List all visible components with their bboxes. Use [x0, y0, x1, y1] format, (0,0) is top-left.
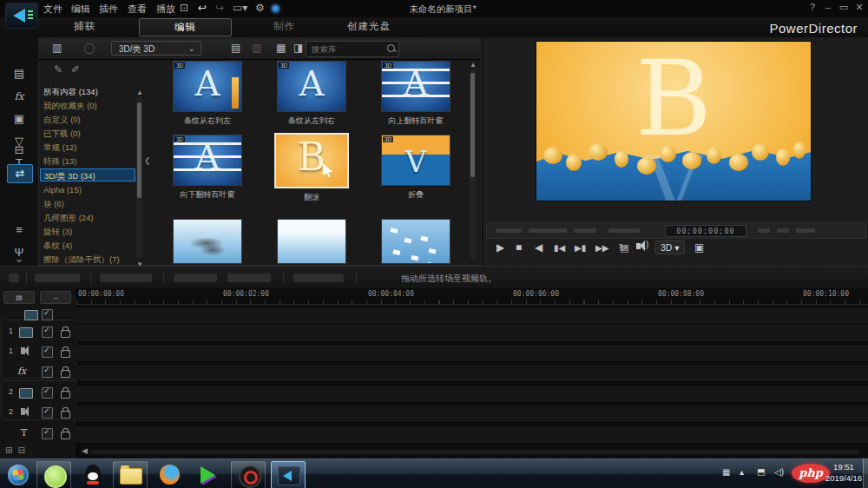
track-enable-checkbox[interactable] [42, 428, 53, 439]
tray-security-icon[interactable]: ⬒ [757, 467, 765, 477]
track-manager-button[interactable]: ▤ [3, 291, 35, 304]
category-filter-dropdown[interactable]: 3D/类 3D ⌄ [111, 41, 201, 56]
lock-icon[interactable] [61, 330, 70, 338]
lock-icon[interactable] [61, 391, 70, 399]
lock-icon[interactable] [61, 370, 70, 378]
transition-item[interactable]: 3DA 向上翻转百叶窗 [364, 61, 468, 127]
zoom-out-icon[interactable]: ⊟ [17, 445, 30, 455]
fit-timeline-button[interactable]: ↔ [40, 291, 71, 304]
preview-undock-icon[interactable]: ▣ [694, 241, 704, 254]
show-desktop-button[interactable] [863, 458, 868, 488]
category-general[interactable]: 常规 (12) [40, 141, 135, 154]
track-enable-checkbox[interactable] [42, 366, 53, 378]
close-button[interactable]: ✕ [852, 2, 866, 13]
undo-icon[interactable]: ↩ [198, 2, 207, 14]
library-search-box[interactable] [306, 41, 399, 57]
minimize-button[interactable]: – [821, 2, 835, 12]
category-wipe[interactable]: 擦除（清除干扰）(7) [40, 253, 135, 264]
category-rotate[interactable]: 旋转 (3) [40, 225, 135, 238]
transition-item-partial[interactable] [364, 219, 468, 264]
fast-forward-button[interactable]: ▶▶ [595, 243, 608, 253]
menu-edit[interactable]: 编辑 [71, 3, 90, 16]
redo-icon[interactable]: ↪ [215, 2, 224, 14]
track-enable-checkbox[interactable] [42, 387, 53, 399]
toolbar-icon-group[interactable] [100, 274, 152, 282]
library-scrollbar[interactable]: ▲ [470, 69, 476, 259]
tray-volume-icon[interactable]: ◁) [774, 467, 784, 477]
timeline-lane[interactable] [76, 405, 868, 423]
toolbar-icon-group[interactable] [174, 274, 217, 282]
taskbar-recorder-app[interactable] [231, 461, 266, 488]
category-3d-like[interactable]: 3D/类 3D (34) [40, 168, 135, 181]
category-block[interactable]: 块 (6) [40, 197, 135, 210]
category-favorites[interactable]: 我的收藏夹 (0) [40, 99, 135, 112]
timeline-lane[interactable] [76, 364, 868, 382]
track-enable-checkbox[interactable] [42, 407, 53, 419]
search-input[interactable] [310, 43, 383, 56]
detail-view-icon[interactable]: ◨ [293, 42, 303, 54]
effect-room-icon[interactable]: fx [7, 88, 31, 105]
category-special[interactable]: 特殊 (13) [40, 155, 135, 168]
transition-item[interactable]: 3DV 折叠 [364, 135, 468, 201]
timecode-field[interactable]: 00;00;00;00 [665, 225, 746, 237]
taskbar-firefox[interactable] [153, 461, 186, 487]
transition-item[interactable]: 3DA 条纹从右到左 [155, 61, 260, 127]
step-forward-button[interactable]: ▶▮ [575, 243, 586, 253]
transition-item[interactable]: 3DA 条纹从左到右 [260, 61, 364, 127]
track-enable-checkbox[interactable] [42, 326, 53, 338]
transition-item-partial[interactable] [260, 219, 364, 264]
lock-icon[interactable] [61, 411, 70, 419]
track-header-video-2[interactable]: 2 [3, 385, 75, 401]
render-quality-icon[interactable]: ▤ [620, 242, 628, 254]
timeline-lane[interactable] [76, 344, 868, 362]
menu-file[interactable]: 文件 [43, 3, 62, 16]
transition-room-icon[interactable]: ⇄ [7, 164, 33, 183]
track-enable-checkbox[interactable] [42, 309, 53, 320]
category-geometric[interactable]: 几何图形 (24) [40, 211, 135, 224]
category-stripes[interactable]: 条纹 (4) [40, 239, 135, 252]
subtitle-room-icon[interactable]: ⊟ [7, 142, 31, 159]
transition-item-selected[interactable]: B 翻滚 [260, 133, 364, 203]
scroll-up-icon[interactable]: ▲ [136, 89, 143, 96]
maximize-button[interactable]: ▭ [837, 2, 851, 13]
menu-play[interactable]: 播放 [156, 3, 175, 16]
timeline-horizontal-scrollbar[interactable] [90, 450, 859, 454]
track-header-audio-1[interactable]: 1 [3, 344, 75, 360]
tab-produce[interactable]: 制作 [273, 20, 295, 33]
scroll-up-icon[interactable]: ▲ [470, 61, 477, 69]
help-button[interactable]: ? [806, 2, 819, 12]
scroll-left-icon[interactable]: ◀ [82, 446, 88, 455]
lock-icon[interactable] [61, 432, 70, 439]
category-custom[interactable]: 自定义 (0) [40, 113, 135, 126]
track-enable-checkbox[interactable] [42, 346, 53, 358]
media-room-icon[interactable]: ▤ [7, 65, 31, 82]
tab-capture[interactable]: 捕获 [74, 20, 95, 33]
taskbar-clock[interactable]: 19:51 2019/4/16 [823, 461, 865, 484]
play-button[interactable]: ▶ [496, 241, 504, 254]
toolbar-icon-group[interactable] [293, 274, 344, 282]
copy-icon[interactable]: ▤ [231, 42, 240, 54]
download-icon[interactable]: ◯ [83, 42, 95, 54]
step-back-button[interactable]: ▮◀ [554, 243, 565, 253]
taskbar-360-app[interactable] [36, 461, 71, 488]
directorzone-account-icon[interactable]: ◉ [271, 2, 279, 14]
track-header-video-master[interactable] [3, 307, 75, 323]
tab-edit[interactable]: 编辑 [139, 18, 232, 36]
toolbar-icon-group[interactable] [35, 274, 80, 282]
import-media-icon[interactable]: ▥ [52, 42, 62, 54]
category-alpha[interactable]: Alpha (15) [40, 183, 135, 196]
taskbar-qq-app[interactable] [76, 461, 109, 487]
track-header-audio-2[interactable]: 2 [3, 405, 75, 421]
timeline-ruler[interactable]: 00:00:00:00 00:00:02:00 00:00:04:00 00:0… [76, 288, 868, 305]
menu-plugin[interactable]: 插件 [99, 3, 118, 16]
tray-show-hidden-icon[interactable]: ▴ [740, 467, 744, 477]
timeline-lane[interactable] [76, 425, 868, 444]
pip-room-icon[interactable]: ▣ [7, 110, 31, 128]
paste-icon[interactable]: ▥ [252, 42, 261, 54]
track-header-video-1[interactable]: 1 [3, 324, 75, 340]
zoom-in-icon[interactable]: ⊞ [5, 445, 17, 455]
category-all[interactable]: 所有内容 (134) [40, 85, 135, 98]
stop-button[interactable]: ■ [516, 241, 522, 254]
start-button[interactable] [2, 461, 35, 487]
timeline-lane[interactable] [76, 324, 868, 342]
